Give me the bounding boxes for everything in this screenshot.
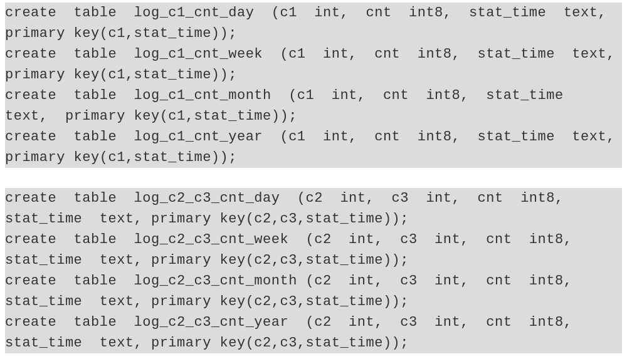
sql-statement: create table log_c2_c3_cnt_week (c2 int,… bbox=[5, 229, 622, 271]
sql-block-1: create table log_c1_cnt_day (c1 int, cnt… bbox=[5, 3, 622, 168]
sql-statement: create table log_c1_cnt_year (c1 int, cn… bbox=[5, 127, 622, 168]
sql-statement: create table log_c2_c3_cnt_day (c2 int, … bbox=[5, 188, 622, 229]
sql-statement: create table log_c1_cnt_day (c1 int, cnt… bbox=[5, 3, 622, 44]
sql-statement: create table log_c1_cnt_month (c1 int, c… bbox=[5, 85, 622, 127]
sql-block-2: create table log_c2_c3_cnt_day (c2 int, … bbox=[5, 188, 622, 353]
sql-statement: create table log_c1_cnt_week (c1 int, cn… bbox=[5, 44, 622, 85]
sql-statement: create table log_c2_c3_cnt_month (c2 int… bbox=[5, 271, 622, 312]
sql-statement: create table log_c2_c3_cnt_year (c2 int,… bbox=[5, 312, 622, 353]
